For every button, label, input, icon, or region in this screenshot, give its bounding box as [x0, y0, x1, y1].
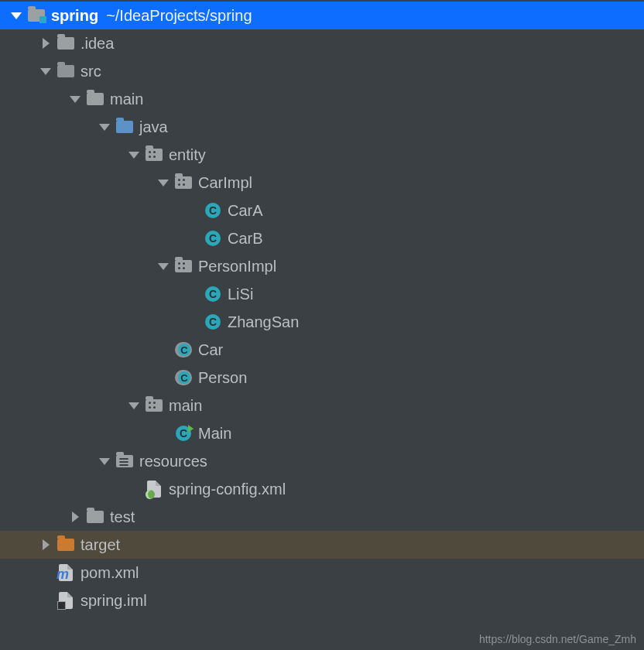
expand-arrow-icon[interactable]	[158, 180, 169, 186]
no-arrow	[187, 205, 198, 216]
runnable-class-icon: C	[175, 426, 192, 441]
class-icon: C	[204, 314, 221, 330]
folder-icon	[87, 91, 104, 107]
collapse-arrow-icon[interactable]	[72, 511, 79, 522]
class-label: CarB	[228, 230, 263, 248]
class-icon: C	[204, 203, 221, 218]
tree-row-car-interface[interactable]: C Car	[0, 336, 644, 364]
no-arrow	[158, 372, 169, 383]
expand-arrow-icon[interactable]	[70, 96, 80, 103]
package-label: entity	[169, 146, 206, 164]
tree-row-spring-config[interactable]: spring-config.xml	[0, 475, 644, 503]
tree-row-entity[interactable]: entity	[0, 141, 644, 169]
folder-label: target	[80, 536, 120, 554]
folder-icon	[87, 509, 104, 525]
tree-row-test[interactable]: test	[0, 503, 644, 531]
interface-icon: C	[175, 342, 192, 358]
tree-row-cara[interactable]: C CarA	[0, 197, 644, 224]
folder-label: test	[110, 508, 135, 526]
package-label: PersonImpl	[198, 258, 276, 275]
folder-label: main	[110, 91, 143, 108]
tree-row-main-pkg[interactable]: main	[0, 392, 644, 419]
excluded-folder-icon	[57, 537, 74, 552]
expand-arrow-icon[interactable]	[11, 12, 22, 19]
package-icon	[146, 147, 163, 162]
folder-icon	[57, 36, 74, 51]
tree-row-zhangsan[interactable]: C ZhangSan	[0, 308, 644, 336]
expand-arrow-icon[interactable]	[99, 458, 110, 465]
tree-row-idea[interactable]: .idea	[0, 29, 644, 57]
tree-row-lisi[interactable]: C LiSi	[0, 280, 644, 308]
tree-row-target[interactable]: target	[0, 531, 644, 559]
tree-row-resources[interactable]: resources	[0, 447, 644, 475]
source-folder-icon	[116, 119, 133, 135]
no-arrow	[187, 289, 198, 299]
expand-arrow-icon[interactable]	[40, 68, 51, 75]
expand-arrow-icon[interactable]	[128, 402, 139, 409]
package-icon	[175, 258, 192, 274]
folder-label: .idea	[80, 35, 114, 53]
collapse-arrow-icon[interactable]	[43, 539, 50, 550]
tree-row-iml[interactable]: spring.iml	[0, 587, 644, 614]
no-arrow	[40, 567, 51, 578]
class-label: ZhangSan	[228, 313, 299, 331]
tree-row-main[interactable]: main	[0, 85, 644, 113]
expand-arrow-icon[interactable]	[128, 152, 139, 159]
folder-icon	[57, 63, 74, 79]
iml-file-icon	[57, 593, 74, 608]
tree-row-carimpl[interactable]: CarImpl	[0, 169, 644, 197]
package-icon	[175, 175, 192, 190]
file-label: spring.iml	[80, 592, 147, 610]
expand-arrow-icon[interactable]	[158, 263, 169, 270]
tree-row-main-class[interactable]: C Main	[0, 419, 644, 447]
folder-label: resources	[139, 453, 207, 470]
collapse-arrow-icon[interactable]	[43, 38, 50, 49]
project-path: ~/IdeaProjects/spring	[106, 7, 252, 25]
tree-row-person-interface[interactable]: C Person	[0, 364, 644, 392]
no-arrow	[187, 233, 198, 244]
tree-row-project-root[interactable]: spring ~/IdeaProjects/spring	[0, 2, 644, 29]
project-name: spring	[51, 7, 98, 25]
interface-icon: C	[175, 370, 192, 385]
watermark-text: https://blog.csdn.net/Game_Zmh	[479, 633, 636, 645]
tree-row-pom[interactable]: pom.xml	[0, 559, 644, 587]
tree-row-java[interactable]: java	[0, 113, 644, 141]
class-label: CarA	[228, 202, 263, 220]
interface-label: Person	[198, 369, 247, 387]
project-tree[interactable]: spring ~/IdeaProjects/spring .idea src m…	[0, 0, 644, 614]
file-label: spring-config.xml	[169, 481, 286, 498]
folder-label: java	[139, 118, 168, 136]
class-label: LiSi	[228, 286, 253, 303]
class-icon: C	[204, 286, 221, 302]
tree-row-carb[interactable]: C CarB	[0, 224, 644, 252]
no-arrow	[40, 595, 51, 606]
package-label: main	[169, 397, 202, 415]
no-arrow	[128, 484, 139, 494]
tree-row-personimpl[interactable]: PersonImpl	[0, 252, 644, 280]
package-label: CarImpl	[198, 174, 252, 192]
class-icon: C	[204, 231, 221, 246]
no-arrow	[158, 428, 169, 439]
no-arrow	[187, 316, 198, 327]
resources-folder-icon	[116, 453, 133, 469]
interface-label: Car	[198, 341, 223, 359]
package-icon	[146, 398, 163, 413]
folder-label: src	[80, 63, 101, 80]
file-label: pom.xml	[80, 564, 139, 582]
xml-file-icon	[146, 481, 163, 497]
class-label: Main	[198, 425, 231, 443]
expand-arrow-icon[interactable]	[99, 124, 110, 131]
maven-file-icon	[57, 565, 74, 580]
module-folder-icon	[28, 8, 45, 23]
tree-row-src[interactable]: src	[0, 57, 644, 85]
no-arrow	[158, 344, 169, 355]
